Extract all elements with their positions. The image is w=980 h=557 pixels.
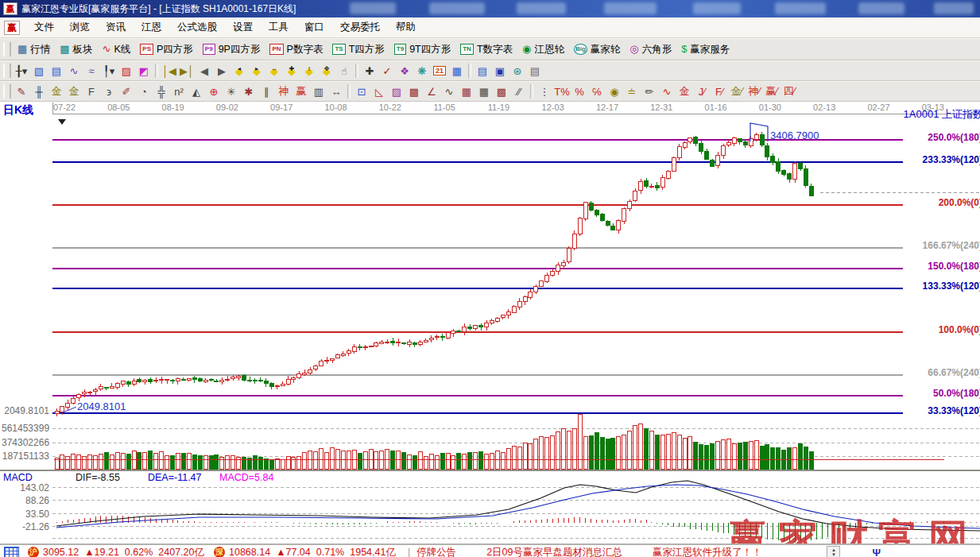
diamond-cross-icon[interactable]: ◆✚ — [283, 63, 300, 79]
trend-box-icon[interactable]: ▧ — [30, 63, 48, 79]
hand-tool-icon[interactable]: ☝ — [335, 63, 353, 79]
spinner-control[interactable]: ▲▼ — [827, 546, 840, 557]
menu-item-6[interactable]: 工具 — [261, 18, 296, 37]
menu-item-2[interactable]: 资讯 — [98, 18, 134, 37]
angle-four-tool-icon[interactable]: 四∕ — [781, 83, 798, 99]
grid-x-tool-icon[interactable]: ▩ — [493, 83, 510, 99]
quotes-table-icon[interactable] — [4, 547, 19, 557]
gold-grid2-tool-icon[interactable]: 金 — [65, 83, 83, 99]
toolbar-handle[interactable] — [3, 64, 11, 78]
toolbar-handle[interactable] — [3, 84, 11, 99]
angle-ying-tool-icon[interactable]: 赢∕ — [763, 83, 781, 99]
connection-antenna-icon[interactable]: Ψ — [872, 547, 881, 557]
toolbar-item-p-square[interactable]: PSP四方形 — [135, 41, 198, 58]
wave3-chart-icon[interactable]: ∿ — [65, 63, 83, 79]
marker-tool-icon[interactable]: ✐ — [118, 83, 135, 99]
angle-gold-tool-icon[interactable]: 金∕ — [728, 83, 746, 99]
gold-line-tool-icon[interactable]: ≐ — [623, 83, 641, 99]
menu-item-1[interactable]: 浏览 — [62, 18, 98, 37]
wave-box-tool-icon[interactable]: ∿ — [658, 83, 676, 99]
toolbar-item-winner-wheel[interactable]: Big赢家轮 — [569, 41, 625, 58]
crosshair-icon[interactable]: ✚ — [361, 63, 378, 79]
wheel-tool-icon[interactable]: ✳ — [223, 83, 240, 99]
ruler-tool-icon[interactable]: ▥ — [310, 83, 327, 99]
width-arrow-tool-icon[interactable]: ↔ — [327, 83, 345, 99]
n-square-tool-icon[interactable]: n² — [170, 83, 188, 99]
toolbar-item-winner-service[interactable]: $赢家服务 — [676, 41, 734, 58]
toolbar-item-hexagon[interactable]: ◎六角形 — [625, 41, 676, 58]
fibonacci-tool-icon[interactable]: F — [83, 83, 100, 99]
toolbar-item-gann-wheel[interactable]: ◉江恩轮 — [517, 41, 569, 58]
toolbar-item-9t-square[interactable]: T99T四方形 — [389, 41, 455, 58]
toolbar-item-9p-square[interactable]: P99P四方形 — [198, 41, 265, 58]
spider-web-tool-icon[interactable]: ✱ — [240, 83, 258, 99]
spiral-tool-icon[interactable]: ϶ — [100, 83, 118, 99]
shen-tool-icon[interactable]: 神 — [275, 83, 292, 99]
note-icon[interactable]: ▤ — [48, 63, 65, 79]
brain-icon[interactable]: ❋ — [413, 63, 431, 79]
ticker-item-announcement[interactable]: 停牌公告 — [416, 546, 456, 557]
prev-bar-icon[interactable]: ◀ — [196, 63, 213, 79]
diamond-right-icon[interactable]: ◆▸ — [248, 63, 265, 79]
gann-grid-tool-icon[interactable]: ╫ — [30, 83, 48, 99]
toolbar-item-t-table[interactable]: TNT数字表 — [455, 41, 517, 58]
angle-f-tool-icon[interactable]: F∕ — [711, 83, 728, 99]
calendar-icon[interactable]: 21 — [431, 63, 448, 79]
fan-lines-tool-icon[interactable]: ◺ — [370, 83, 388, 99]
pointer-check-icon[interactable]: ✓ — [378, 63, 396, 79]
menu-item-5[interactable]: 设置 — [225, 18, 261, 37]
shenzhen-index-quote[interactable]: 10868.14▲77.040.71%1954.41亿 — [229, 546, 401, 557]
macd-pane-label[interactable]: MACD — [3, 472, 33, 483]
print-icon[interactable]: ▤ — [526, 63, 544, 79]
diamond-left-icon[interactable]: ◆◂ — [230, 63, 248, 79]
export-icon[interactable]: ⊛ — [509, 63, 526, 79]
box-select-tool-icon[interactable]: ⊡ — [353, 83, 370, 99]
angle-j-tool-icon[interactable]: J∕ — [693, 83, 711, 99]
ticker-item-news[interactable]: 2日09号赢家早盘题材消息汇总 — [486, 546, 622, 557]
menu-item-9[interactable]: 帮助 — [388, 18, 424, 37]
percent-line-tool-icon[interactable]: ℅ — [588, 83, 606, 99]
toolbar-handle[interactable] — [3, 42, 11, 56]
chart-canvas[interactable] — [0, 102, 980, 543]
kline-period-label[interactable]: 日K线 — [3, 103, 33, 118]
dense-grid-tool-icon[interactable]: ▦ — [458, 83, 475, 99]
angle-prism-tool-icon[interactable]: ◭ — [188, 83, 205, 99]
report-icon[interactable]: ▤ — [474, 63, 491, 79]
percent-tool-icon[interactable]: % — [571, 83, 588, 99]
color-histogram-icon[interactable]: ◩ — [135, 63, 153, 79]
gold-coin-tool-icon[interactable]: ◉ — [606, 83, 623, 99]
ticker-item-upgrade[interactable]: 赢家江恩软件升级了！！ — [653, 546, 762, 557]
brush-k-tool-icon[interactable]: ✏ — [641, 83, 658, 99]
calculator-icon[interactable]: ▦ — [448, 63, 466, 79]
ying-tool-icon[interactable]: 赢 — [292, 83, 310, 99]
single-candle-dropdown-icon[interactable]: ╿▾ — [100, 63, 118, 79]
toolbar-item-quotes[interactable]: ▦行情 — [13, 41, 55, 58]
candle-style-dropdown-icon[interactable]: ╂▾ — [13, 63, 30, 79]
first-bar-icon[interactable]: │◀ — [161, 63, 178, 79]
menu-item-8[interactable]: 交易委托 — [332, 18, 388, 37]
shanghai-index-quote[interactable]: 3095.12▲19.210.62%2407.20亿 — [43, 546, 210, 557]
pattern-box-icon[interactable]: ▨ — [118, 63, 135, 79]
diamond-vexpand-icon[interactable]: ◆↕ — [300, 63, 318, 79]
pencil-tool-icon[interactable]: ✎ — [13, 83, 30, 99]
menu-item-0[interactable]: 文件 — [26, 18, 62, 37]
dense-grid2-tool-icon[interactable]: ▦ — [475, 83, 493, 99]
wave9-chart-icon[interactable]: ≈ — [83, 63, 100, 79]
t-percent-tool-icon[interactable]: T% — [553, 83, 571, 99]
save-icon[interactable]: ▣ — [491, 63, 509, 79]
angle-line-tool-icon[interactable]: ∠ — [423, 83, 440, 99]
toolbar-item-t-square[interactable]: TST四方形 — [327, 41, 389, 58]
toolbar-item-sectors[interactable]: ▩板块 — [55, 41, 97, 58]
toolbar-item-kline[interactable]: ∿K线 — [98, 41, 136, 58]
price-scale-tool-icon[interactable]: ⋮ — [536, 83, 553, 99]
k-bracket-tool-icon[interactable]: ∥ — [258, 83, 275, 99]
gann-head-icon[interactable]: ❖ — [396, 63, 413, 79]
wave-line-tool-icon[interactable]: ∿ — [440, 83, 458, 99]
diamond-allexpand-icon[interactable]: ◆✥ — [318, 63, 335, 79]
menu-item-4[interactable]: 公式选股 — [169, 18, 225, 37]
grid-tool-icon[interactable]: ╬ — [153, 83, 170, 99]
slash-lines-tool-icon[interactable]: ∕∕ — [510, 83, 528, 99]
gold-grid-tool-icon[interactable]: 金 — [48, 83, 65, 99]
gold-box-tool-icon[interactable]: 金 — [676, 83, 693, 99]
diamond-hexpand-icon[interactable]: ◆↔ — [265, 63, 283, 79]
